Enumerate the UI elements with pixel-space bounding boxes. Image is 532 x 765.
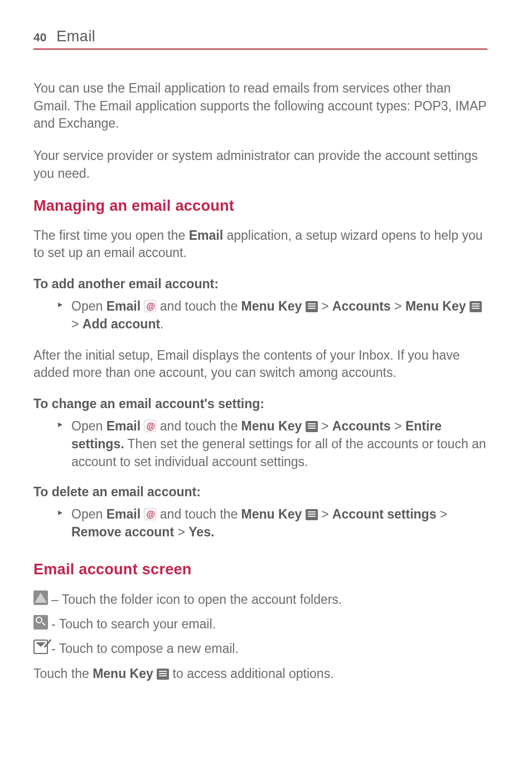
text-run: > (436, 507, 447, 521)
menu-key-icon (306, 301, 318, 312)
managing-intro: The first time you open the Email applic… (33, 227, 487, 262)
email-icon (144, 508, 156, 520)
text-run: > (318, 507, 332, 521)
list-item: Open Email and touch the Menu Key > Acco… (58, 417, 487, 471)
compose-icon (33, 640, 48, 654)
folder-icon (33, 590, 48, 605)
magnifier-handle-icon (42, 622, 45, 626)
text-run: and touch the (156, 419, 241, 433)
text-run: Open (71, 299, 107, 313)
text-bold: Accounts (332, 419, 391, 433)
text-run: > (71, 317, 83, 331)
search-icon (33, 615, 48, 630)
chapter-title: Email (56, 28, 95, 45)
text-run: and touch the (156, 299, 241, 313)
text-bold: Menu Key (241, 299, 306, 313)
text-run: > (174, 525, 188, 539)
page-number: 40 (33, 31, 46, 44)
intro-paragraph-2: Your service provider or system administ… (33, 147, 487, 182)
menu-key-icon (157, 669, 169, 680)
page-content: 40 Email You can use the Email applicati… (0, 0, 532, 728)
text-run: to access additional options. (169, 666, 333, 681)
text-bold: Add account (83, 317, 160, 331)
email-icon (144, 420, 156, 432)
change-setting-steps: Open Email and touch the Menu Key > Acco… (33, 417, 487, 471)
add-account-steps: Open Email and touch the Menu Key > Acco… (33, 297, 487, 333)
text-run: Open (71, 419, 107, 433)
text-bold: Email (107, 507, 144, 521)
list-item: Open Email and touch the Menu Key > Acco… (58, 297, 487, 333)
legend-folder: – Touch the folder icon to open the acco… (33, 590, 487, 608)
section-managing-title: Managing an email account (33, 197, 487, 215)
text-bold: Menu Key (405, 299, 470, 313)
text-bold: Account settings (332, 507, 437, 521)
delete-account-heading: To delete an email account: (33, 485, 487, 500)
text-run: The first time you open the (33, 228, 189, 243)
text-bold: Accounts (332, 299, 391, 313)
legend-text: - Touch to compose a new email. (51, 640, 239, 657)
section-screen-title: Email account screen (33, 561, 487, 578)
legend-compose: - Touch to compose a new email. (33, 640, 487, 657)
magnifier-circle-icon (36, 617, 42, 623)
legend-text: – Touch the folder icon to open the acco… (51, 590, 342, 608)
text-run: > (391, 419, 405, 433)
text-bold: Yes. (188, 525, 214, 539)
intro-paragraph-1: You can use the Email application to rea… (33, 80, 487, 133)
text-run: > (318, 299, 332, 313)
legend-text: - Touch to search your email. (51, 615, 216, 633)
triangle-icon (35, 593, 47, 603)
menu-key-icon (306, 421, 318, 432)
menu-key-icon (470, 301, 482, 312)
page-header: 40 Email (33, 28, 487, 50)
text-bold: Menu Key (93, 666, 157, 681)
text-run: Open (71, 507, 107, 521)
text-bold: Email (107, 419, 144, 433)
email-icon (144, 300, 156, 312)
legend-search: - Touch to search your email. (33, 615, 487, 633)
after-setup-paragraph: After the initial setup, Email displays … (33, 347, 487, 382)
text-run: > (391, 299, 405, 313)
text-run: . (160, 317, 163, 331)
text-bold: Remove account (71, 525, 174, 539)
delete-account-steps: Open Email and touch the Menu Key > Acco… (33, 505, 487, 541)
add-account-heading: To add another email account: (33, 277, 487, 292)
screen-footer: Touch the Menu Key to access additional … (33, 665, 487, 683)
text-run: and touch the (156, 507, 241, 521)
text-bold: Email (189, 228, 223, 243)
list-item: Open Email and touch the Menu Key > Acco… (58, 505, 487, 541)
text-run: Then set the general settings for all of… (71, 437, 486, 469)
text-run: > (318, 419, 332, 433)
text-bold: Menu Key (241, 419, 306, 433)
text-bold: Email (107, 299, 144, 313)
text-bold: Menu Key (241, 507, 306, 521)
change-setting-heading: To change an email account's setting: (33, 396, 487, 411)
text-run: Touch the (33, 666, 93, 681)
menu-key-icon (306, 509, 318, 520)
